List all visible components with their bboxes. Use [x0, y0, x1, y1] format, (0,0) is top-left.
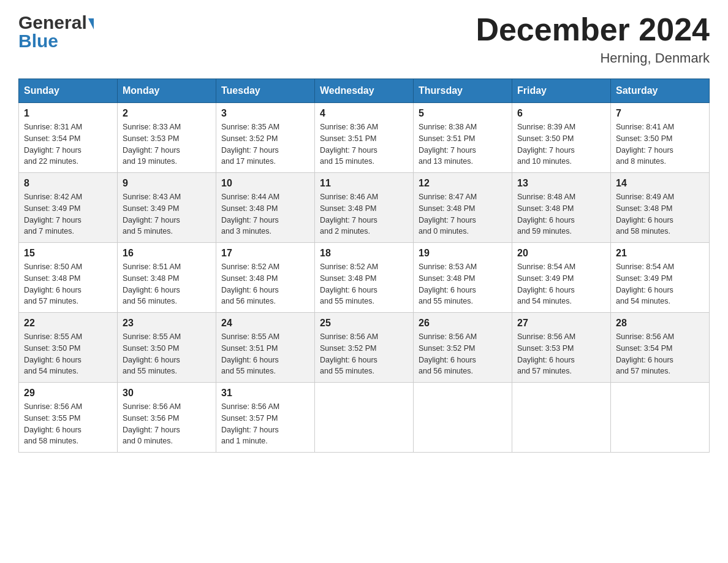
calendar-cell: 2 Sunrise: 8:33 AMSunset: 3:53 PMDayligh…	[118, 103, 216, 173]
calendar-cell: 16 Sunrise: 8:51 AMSunset: 3:48 PMDaylig…	[118, 243, 216, 313]
day-info: Sunrise: 8:56 AMSunset: 3:54 PMDaylight:…	[616, 332, 674, 375]
calendar-cell: 5 Sunrise: 8:38 AMSunset: 3:51 PMDayligh…	[414, 103, 512, 173]
day-number: 13	[517, 178, 605, 189]
day-info: Sunrise: 8:56 AMSunset: 3:53 PMDaylight:…	[517, 332, 575, 375]
day-info: Sunrise: 8:51 AMSunset: 3:48 PMDaylight:…	[123, 262, 181, 305]
calendar-cell: 9 Sunrise: 8:43 AMSunset: 3:49 PMDayligh…	[118, 173, 216, 243]
day-info: Sunrise: 8:35 AMSunset: 3:52 PMDaylight:…	[221, 123, 279, 166]
day-number: 28	[616, 318, 704, 329]
day-number: 30	[123, 388, 211, 399]
calendar-day-header: Friday	[512, 79, 611, 103]
calendar-cell: 14 Sunrise: 8:49 AMSunset: 3:48 PMDaylig…	[611, 173, 710, 243]
day-number: 12	[419, 178, 507, 189]
day-number: 4	[320, 108, 408, 119]
calendar-cell: 20 Sunrise: 8:54 AMSunset: 3:49 PMDaylig…	[512, 243, 611, 313]
day-info: Sunrise: 8:55 AMSunset: 3:51 PMDaylight:…	[221, 332, 279, 375]
calendar-cell: 27 Sunrise: 8:56 AMSunset: 3:53 PMDaylig…	[512, 313, 611, 383]
logo-general-text: General	[18, 12, 87, 33]
calendar-cell: 25 Sunrise: 8:56 AMSunset: 3:52 PMDaylig…	[315, 313, 414, 383]
logo-blue-text: Blue	[18, 31, 94, 52]
calendar-cell: 13 Sunrise: 8:48 AMSunset: 3:48 PMDaylig…	[512, 173, 611, 243]
calendar-cell: 12 Sunrise: 8:47 AMSunset: 3:48 PMDaylig…	[414, 173, 512, 243]
day-info: Sunrise: 8:56 AMSunset: 3:57 PMDaylight:…	[221, 402, 279, 445]
logo-triangle-icon	[88, 18, 94, 29]
calendar-cell: 24 Sunrise: 8:55 AMSunset: 3:51 PMDaylig…	[216, 313, 315, 383]
day-number: 16	[123, 248, 211, 259]
calendar-cell: 17 Sunrise: 8:52 AMSunset: 3:48 PMDaylig…	[216, 243, 315, 313]
calendar-day-header: Monday	[118, 79, 216, 103]
day-number: 7	[616, 108, 704, 119]
calendar-cell	[315, 383, 414, 453]
day-info: Sunrise: 8:53 AMSunset: 3:48 PMDaylight:…	[419, 262, 477, 305]
calendar-cell: 28 Sunrise: 8:56 AMSunset: 3:54 PMDaylig…	[611, 313, 710, 383]
day-number: 11	[320, 178, 408, 189]
day-number: 24	[221, 318, 309, 329]
calendar-day-header: Wednesday	[315, 79, 414, 103]
day-number: 18	[320, 248, 408, 259]
page-header: General Blue December 2024 Herning, Denm…	[18, 12, 710, 66]
day-number: 5	[419, 108, 507, 119]
day-info: Sunrise: 8:36 AMSunset: 3:51 PMDaylight:…	[320, 123, 378, 166]
calendar-cell: 11 Sunrise: 8:46 AMSunset: 3:48 PMDaylig…	[315, 173, 414, 243]
day-number: 14	[616, 178, 704, 189]
day-number: 3	[221, 108, 309, 119]
day-info: Sunrise: 8:49 AMSunset: 3:48 PMDaylight:…	[616, 193, 674, 236]
day-info: Sunrise: 8:56 AMSunset: 3:52 PMDaylight:…	[320, 332, 378, 375]
day-number: 6	[517, 108, 605, 119]
calendar-cell: 31 Sunrise: 8:56 AMSunset: 3:57 PMDaylig…	[216, 383, 315, 453]
day-number: 26	[419, 318, 507, 329]
calendar-cell: 29 Sunrise: 8:56 AMSunset: 3:55 PMDaylig…	[19, 383, 118, 453]
page-subtitle: Herning, Denmark	[476, 50, 710, 66]
calendar-cell: 18 Sunrise: 8:52 AMSunset: 3:48 PMDaylig…	[315, 243, 414, 313]
calendar-week-row: 29 Sunrise: 8:56 AMSunset: 3:55 PMDaylig…	[19, 383, 710, 453]
day-info: Sunrise: 8:56 AMSunset: 3:56 PMDaylight:…	[123, 402, 181, 445]
day-info: Sunrise: 8:56 AMSunset: 3:52 PMDaylight:…	[419, 332, 477, 375]
calendar-week-row: 1 Sunrise: 8:31 AMSunset: 3:54 PMDayligh…	[19, 103, 710, 173]
calendar-header-row: SundayMondayTuesdayWednesdayThursdayFrid…	[19, 79, 710, 103]
day-info: Sunrise: 8:52 AMSunset: 3:48 PMDaylight:…	[320, 262, 378, 305]
day-number: 22	[24, 318, 112, 329]
calendar-day-header: Tuesday	[216, 79, 315, 103]
day-info: Sunrise: 8:50 AMSunset: 3:48 PMDaylight:…	[24, 262, 82, 305]
day-info: Sunrise: 8:48 AMSunset: 3:48 PMDaylight:…	[517, 193, 575, 236]
day-info: Sunrise: 8:31 AMSunset: 3:54 PMDaylight:…	[24, 123, 82, 166]
calendar-cell: 30 Sunrise: 8:56 AMSunset: 3:56 PMDaylig…	[118, 383, 216, 453]
day-number: 31	[221, 388, 309, 399]
day-info: Sunrise: 8:47 AMSunset: 3:48 PMDaylight:…	[419, 193, 477, 236]
day-number: 15	[24, 248, 112, 259]
day-number: 27	[517, 318, 605, 329]
title-area: December 2024 Herning, Denmark	[476, 12, 710, 66]
calendar-day-header: Sunday	[19, 79, 118, 103]
day-number: 19	[419, 248, 507, 259]
calendar-cell: 21 Sunrise: 8:54 AMSunset: 3:49 PMDaylig…	[611, 243, 710, 313]
calendar-cell: 15 Sunrise: 8:50 AMSunset: 3:48 PMDaylig…	[19, 243, 118, 313]
calendar-cell: 19 Sunrise: 8:53 AMSunset: 3:48 PMDaylig…	[414, 243, 512, 313]
day-number: 2	[123, 108, 211, 119]
calendar-cell: 10 Sunrise: 8:44 AMSunset: 3:48 PMDaylig…	[216, 173, 315, 243]
day-info: Sunrise: 8:39 AMSunset: 3:50 PMDaylight:…	[517, 123, 575, 166]
calendar-cell: 23 Sunrise: 8:55 AMSunset: 3:50 PMDaylig…	[118, 313, 216, 383]
calendar-day-header: Thursday	[414, 79, 512, 103]
day-number: 10	[221, 178, 309, 189]
day-number: 25	[320, 318, 408, 329]
calendar-cell: 26 Sunrise: 8:56 AMSunset: 3:52 PMDaylig…	[414, 313, 512, 383]
calendar-table: SundayMondayTuesdayWednesdayThursdayFrid…	[18, 79, 710, 453]
day-info: Sunrise: 8:54 AMSunset: 3:49 PMDaylight:…	[517, 262, 575, 305]
calendar-cell: 22 Sunrise: 8:55 AMSunset: 3:50 PMDaylig…	[19, 313, 118, 383]
day-number: 8	[24, 178, 112, 189]
logo: General Blue	[18, 12, 94, 52]
day-number: 1	[24, 108, 112, 119]
day-info: Sunrise: 8:33 AMSunset: 3:53 PMDaylight:…	[123, 123, 181, 166]
day-info: Sunrise: 8:43 AMSunset: 3:49 PMDaylight:…	[123, 193, 181, 236]
calendar-cell	[414, 383, 512, 453]
day-info: Sunrise: 8:55 AMSunset: 3:50 PMDaylight:…	[123, 332, 181, 375]
day-info: Sunrise: 8:55 AMSunset: 3:50 PMDaylight:…	[24, 332, 82, 375]
calendar-week-row: 8 Sunrise: 8:42 AMSunset: 3:49 PMDayligh…	[19, 173, 710, 243]
day-info: Sunrise: 8:42 AMSunset: 3:49 PMDaylight:…	[24, 193, 82, 236]
day-info: Sunrise: 8:38 AMSunset: 3:51 PMDaylight:…	[419, 123, 477, 166]
calendar-cell: 3 Sunrise: 8:35 AMSunset: 3:52 PMDayligh…	[216, 103, 315, 173]
day-info: Sunrise: 8:41 AMSunset: 3:50 PMDaylight:…	[616, 123, 674, 166]
day-number: 17	[221, 248, 309, 259]
calendar-cell: 1 Sunrise: 8:31 AMSunset: 3:54 PMDayligh…	[19, 103, 118, 173]
day-number: 21	[616, 248, 704, 259]
